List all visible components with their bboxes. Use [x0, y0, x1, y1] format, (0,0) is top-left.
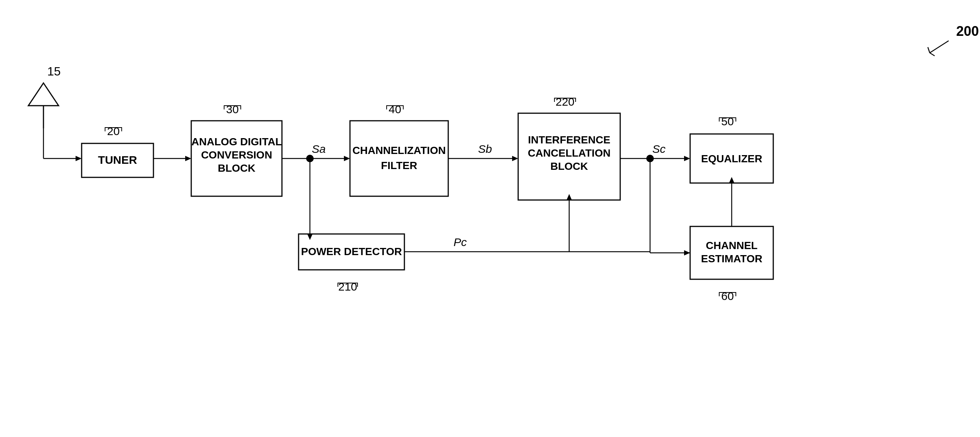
equalizer-label: EQUALIZER: [701, 153, 762, 165]
adc-line3: BLOCK: [218, 162, 256, 174]
interference-line2: CANCELLATION: [528, 147, 611, 159]
antenna-label: 15: [47, 65, 61, 78]
sa-label: Sa: [312, 142, 326, 155]
channel-est-line2: ESTIMATOR: [701, 253, 762, 264]
channelization-line1: CHANNELIZATION: [353, 144, 446, 156]
diagram-container: 200 15 TUNER 20 ANALOG DIGITAL CONVERSIO…: [0, 0, 980, 437]
interference-line1: INTERFERENCE: [528, 134, 610, 146]
sb-label: Sb: [478, 142, 492, 155]
channelization-number: 40: [388, 103, 401, 116]
svg-rect-17: [350, 121, 448, 196]
tuner-label: TUNER: [98, 154, 137, 166]
adc-line2: CONVERSION: [201, 149, 272, 161]
adc-number: 30: [226, 103, 239, 116]
adc-line1: ANALOG DIGITAL: [191, 136, 282, 147]
power-detector-label: POWER DETECTOR: [301, 246, 402, 257]
svg-rect-0: [0, 0, 980, 437]
channelization-line2: FILTER: [381, 160, 417, 171]
tuner-number: 20: [107, 125, 119, 137]
figure-number: 200: [956, 24, 979, 39]
interference-number: 220: [555, 95, 574, 108]
equalizer-number: 50: [721, 115, 733, 128]
pc-label: Pc: [453, 236, 467, 248]
channel-est-number: 60: [721, 290, 733, 302]
interference-line3: BLOCK: [550, 160, 588, 172]
sc-label: Sc: [652, 142, 665, 155]
channel-est-line1: CHANNEL: [706, 240, 758, 251]
power-detector-number: 210: [338, 280, 357, 293]
